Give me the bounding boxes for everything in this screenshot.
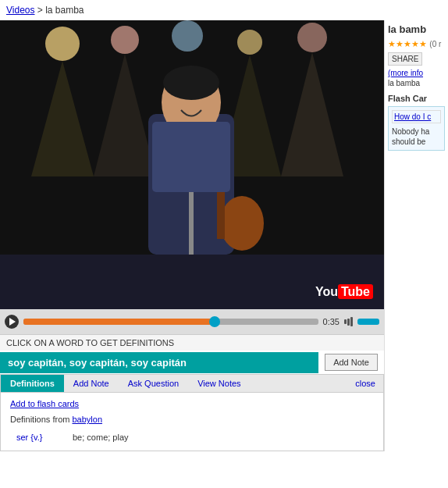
click-instruction: CLICK ON A WORD TO GET DEFINITIONS — [0, 334, 384, 351]
add-note-button[interactable]: Add Note — [325, 354, 378, 371]
svg-rect-10 — [0, 255, 384, 309]
svg-point-3 — [172, 20, 203, 52]
sidebar: la bamb ★★★★★ (0 r SHARE (more info la b… — [384, 20, 448, 451]
definition-row: ser {v.} be; come; play — [10, 430, 374, 444]
sidebar-description: Nobody ha should be — [392, 126, 441, 147]
svg-point-4 — [237, 30, 262, 55]
vol-bar-2 — [347, 319, 350, 326]
definition-popup: Definitions Add Note Ask Question View N… — [0, 374, 384, 451]
svg-rect-18 — [152, 122, 230, 192]
rating-count: (0 r — [429, 40, 441, 48]
time-display: 0:35 — [323, 317, 340, 326]
breadcrumb-separator: > — [37, 5, 45, 16]
tab-definitions[interactable]: Definitions — [1, 375, 64, 392]
babylon-link[interactable]: babylon — [72, 415, 102, 424]
svg-point-2 — [111, 26, 139, 54]
popup-tabs: Definitions Add Note Ask Question View N… — [1, 375, 383, 393]
vol-bar-1 — [344, 319, 347, 324]
tab-ask-question[interactable]: Ask Question — [119, 375, 188, 392]
video-section: YouTube 0:35 CLICK ON A WORD TO GET DEFI… — [0, 20, 384, 451]
video-player[interactable]: YouTube — [0, 20, 384, 309]
definitions-from-label: Definitions from — [10, 415, 72, 424]
svg-point-13 — [163, 66, 219, 100]
more-info-link[interactable]: (more info — [388, 69, 445, 77]
subtitle-text: soy capitán, soy capitán, soy capitán — [8, 357, 187, 369]
def-word: ser {v.} — [16, 433, 63, 442]
stars: ★★★★★ — [388, 39, 427, 48]
play-button[interactable] — [5, 315, 19, 329]
sidebar-title: la bamb — [388, 23, 445, 35]
progress-bar[interactable] — [23, 319, 318, 325]
progress-fill — [23, 319, 215, 325]
add-flash-cards-link[interactable]: Add to flash cards — [10, 399, 374, 408]
flash-cards-box: How do I c Nobody ha should be — [388, 106, 445, 151]
popup-content: Add to flash cards Definitions from baby… — [1, 393, 383, 451]
tab-view-notes[interactable]: View Notes — [188, 375, 250, 392]
vol-bar-3 — [350, 317, 353, 326]
breadcrumb-current: la bamba — [45, 5, 84, 16]
videos-link[interactable]: Videos — [6, 5, 34, 16]
volume-icon — [344, 317, 353, 326]
svg-point-5 — [297, 23, 327, 52]
video-controls: 0:35 — [0, 309, 384, 334]
svg-point-14 — [220, 196, 264, 251]
subtitle-bar: soy capitán, soy capitán, soy capitán — [0, 352, 318, 373]
progress-thumb[interactable] — [209, 316, 220, 327]
popup-close-button[interactable]: close — [347, 375, 383, 392]
definitions-from: Definitions from babylon — [10, 415, 374, 424]
breadcrumb: Videos > la bamba — [0, 0, 448, 20]
share-button[interactable]: SHARE — [388, 52, 422, 66]
svg-point-1 — [45, 27, 80, 61]
how-do-i-link[interactable]: How do I c — [392, 110, 441, 123]
tab-add-note[interactable]: Add Note — [64, 375, 119, 392]
star-rating: ★★★★★ (0 r — [388, 38, 445, 49]
volume-slider[interactable] — [357, 319, 379, 325]
more-info-sub: la bamba — [388, 79, 445, 87]
def-meaning: be; come; play — [73, 433, 129, 442]
flash-cards-title: Flash Car — [388, 94, 445, 103]
